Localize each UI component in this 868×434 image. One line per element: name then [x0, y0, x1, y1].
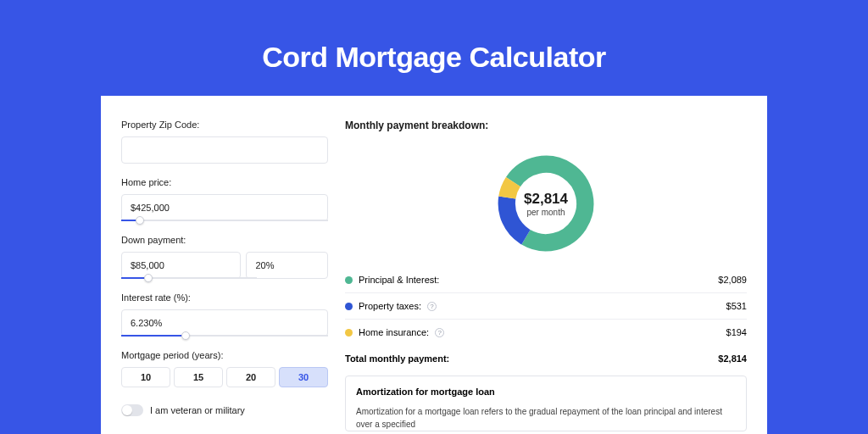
interest-input[interactable] — [121, 309, 328, 337]
down-payment-input[interactable] — [121, 252, 241, 279]
veteran-label: I am veteran or military — [150, 405, 245, 415]
legend-label: Principal & Interest: — [359, 275, 439, 285]
donut-chart: $2,814 per month — [494, 152, 598, 255]
total-label: Total monthly payment: — [345, 353, 449, 364]
period-button-20[interactable]: 20 — [226, 367, 275, 387]
slider-thumb[interactable] — [181, 331, 190, 340]
legend-row: Property taxes:?$531 — [345, 293, 747, 320]
slider-thumb[interactable] — [136, 216, 144, 225]
legend: Principal & Interest:$2,089Property taxe… — [345, 267, 747, 345]
period-button-15[interactable]: 15 — [174, 367, 223, 387]
amortization-box: Amortization for mortgage loan Amortizat… — [345, 376, 747, 431]
amortization-title: Amortization for mortgage loan — [356, 387, 736, 397]
legend-amount: $194 — [726, 327, 747, 337]
home-price-label: Home price: — [121, 177, 328, 187]
legend-row: Home insurance:?$194 — [345, 320, 747, 345]
down-payment-pct-input[interactable] — [246, 252, 328, 279]
amortization-text: Amortization for a mortgage loan refers … — [356, 405, 736, 431]
legend-dot — [345, 303, 353, 310]
period-button-30[interactable]: 30 — [279, 367, 328, 387]
legend-label: Home insurance: — [359, 327, 429, 337]
veteran-toggle[interactable] — [121, 404, 143, 416]
period-label: Mortgage period (years): — [121, 350, 328, 360]
legend-amount: $531 — [726, 301, 747, 311]
total-amount: $2,814 — [718, 353, 747, 364]
period-field: Mortgage period (years): 10152030 — [121, 350, 328, 387]
info-icon[interactable]: ? — [435, 328, 444, 337]
breakdown-title: Monthly payment breakdown: — [345, 120, 747, 131]
results-panel: Monthly payment breakdown: $2,814 per mo… — [345, 120, 747, 434]
period-button-group: 10152030 — [121, 367, 328, 387]
donut-chart-area: $2,814 per month — [345, 140, 747, 267]
donut-amount: $2,814 — [524, 191, 568, 208]
legend-amount: $2,089 — [718, 275, 747, 285]
info-icon[interactable]: ? — [427, 302, 437, 311]
down-payment-field: Down payment: — [121, 235, 328, 279]
interest-label: Interest rate (%): — [121, 292, 328, 303]
slider-thumb[interactable] — [144, 274, 153, 282]
legend-dot — [345, 329, 353, 337]
period-button-10[interactable]: 10 — [121, 367, 170, 387]
home-price-input[interactable] — [121, 194, 328, 221]
zip-label: Property Zip Code: — [121, 120, 328, 130]
page-title: Cord Mortgage Calculator — [262, 41, 605, 74]
donut-center: $2,814 per month — [494, 152, 598, 255]
down-payment-label: Down payment: — [121, 235, 328, 245]
calculator-card: Property Zip Code: Home price: Down paym… — [101, 96, 767, 434]
interest-field: Interest rate (%): — [121, 292, 328, 337]
zip-field: Property Zip Code: — [121, 120, 328, 164]
legend-label: Property taxes: — [359, 301, 421, 311]
donut-sub: per month — [526, 208, 565, 217]
home-price-field: Home price: — [121, 177, 328, 221]
legend-dot — [345, 276, 353, 284]
legend-row: Principal & Interest:$2,089 — [345, 267, 747, 293]
zip-input[interactable] — [121, 136, 328, 164]
form-panel: Property Zip Code: Home price: Down paym… — [121, 120, 328, 434]
total-row: Total monthly payment: $2,814 — [345, 345, 747, 376]
veteran-row: I am veteran or military — [121, 404, 328, 416]
